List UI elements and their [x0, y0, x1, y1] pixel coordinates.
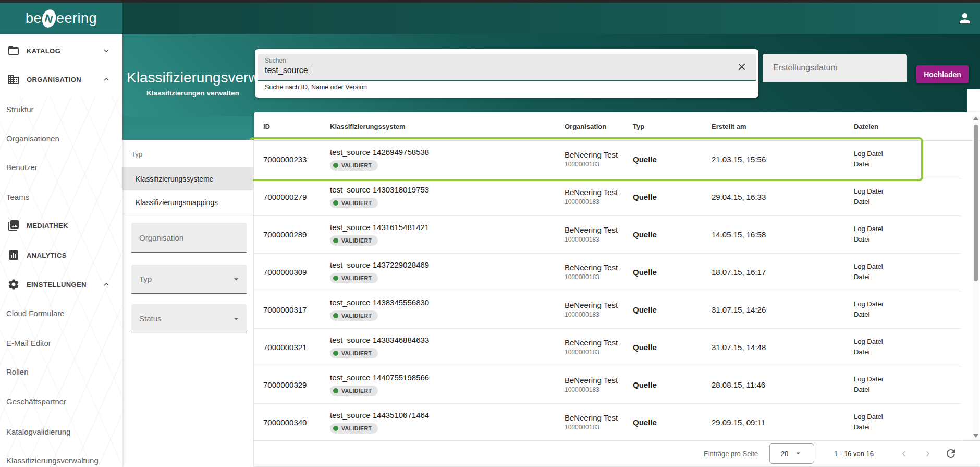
chevron-up-icon[interactable] — [102, 75, 111, 84]
file-link-datei[interactable]: Datei — [854, 385, 883, 395]
status-badge: VALIDIERT — [330, 198, 378, 208]
filter-tab-klassifizierungsmappings[interactable]: Klassifizierungsmappings — [123, 190, 253, 214]
chevron-up-icon[interactable] — [102, 280, 111, 289]
text-cursor — [309, 66, 310, 75]
search-input[interactable]: Suchen test_source — [258, 54, 756, 81]
clear-search-icon[interactable] — [736, 61, 748, 73]
sidebar-item-mediathek[interactable]: MEDIATHEK — [0, 215, 123, 236]
table-row[interactable]: 7000000309test_source 1437229028469VALID… — [254, 253, 961, 291]
table-row[interactable]: 7000000233test_source 1426949758538VALID… — [254, 140, 961, 178]
file-link-log-datei[interactable]: Log Datei — [854, 149, 883, 159]
upload-button[interactable]: Hochladen — [916, 65, 969, 83]
file-link-log-datei[interactable]: Log Datei — [854, 412, 883, 422]
logo-text-post: eering — [56, 10, 97, 27]
table-row[interactable]: 7000000321test_source 1438346884633VALID… — [254, 328, 961, 366]
file-link-datei[interactable]: Datei — [854, 347, 883, 357]
file-link-datei[interactable]: Datei — [854, 159, 883, 170]
table-row[interactable]: 7000000317test_source 1438345556830VALID… — [254, 291, 961, 329]
file-link-datei[interactable]: Datei — [854, 234, 883, 245]
creation-date-filter[interactable]: Erstellungsdatum — [763, 54, 907, 82]
refresh-icon[interactable] — [945, 447, 957, 460]
beneering-logo: beNeering — [26, 9, 97, 28]
cell-typ: Quelle — [633, 140, 657, 178]
pagination-range: 1 - 16 von 16 — [834, 450, 874, 458]
file-link-datei[interactable]: Datei — [854, 272, 883, 282]
cell-created-at: 14.05.15, 16:58 — [712, 215, 766, 253]
filter-section-label: Typ — [131, 150, 142, 158]
sidebar-item-organisationen[interactable]: Organisationen — [0, 128, 123, 149]
column-header-erstellt-am: Erstellt am — [712, 123, 746, 130]
sidebar-item-label: KATALOG — [27, 47, 60, 55]
sidebar-item-klassifizierungsverwaltung[interactable]: Klassifizierungsverwaltung — [0, 450, 123, 467]
sidebar-item-cloud-formulare[interactable]: Cloud Formulare — [0, 303, 123, 324]
search-field-label: Suchen — [265, 57, 286, 64]
previous-page-button[interactable]: ‹ — [897, 446, 911, 461]
cell-files: Log DateiDatei — [854, 178, 883, 215]
sidebar-item-label: Geschäftspartner — [6, 397, 66, 406]
cell-files: Log DateiDatei — [854, 291, 883, 328]
sidebar-item-rollen[interactable]: Rollen — [0, 361, 123, 382]
scroll-down-arrow-icon[interactable] — [973, 434, 978, 438]
mediathek-icon — [7, 219, 20, 232]
sidebar-item-katalogvalidierung[interactable]: Katalogvalidierung — [0, 421, 123, 442]
typ-filter-select[interactable]: Typ — [131, 265, 247, 294]
file-link-log-datei[interactable]: Log Datei — [854, 299, 883, 309]
table-row[interactable]: 7000000289test_source 1431615481421VALID… — [254, 215, 961, 254]
table-footer: Einträge pro Seite 20 1 - 16 von 16 ‹ › — [254, 440, 980, 466]
sidebar-item-benutzer[interactable]: Benutzer — [0, 157, 123, 177]
cell-classification-system: test_source 1438345556830VALIDIERT — [330, 291, 429, 328]
user-account-icon[interactable] — [957, 10, 973, 26]
per-page-select[interactable]: 20 — [769, 443, 814, 464]
file-link-datei[interactable]: Datei — [854, 197, 883, 207]
next-page-button[interactable]: › — [921, 446, 935, 461]
sidebar-item-label: Struktur — [6, 105, 34, 114]
file-link-log-datei[interactable]: Log Datei — [854, 374, 883, 385]
chevron-down-icon[interactable] — [102, 46, 111, 55]
scrollbar-thumb[interactable] — [974, 125, 978, 281]
cell-created-at: 18.07.15, 16:17 — [712, 253, 766, 291]
sidebar-item-katalog[interactable]: KATALOG — [0, 40, 123, 61]
organisation-filter-input[interactable]: Organisation — [131, 223, 247, 253]
cell-organisation: BeNeering Test1000000183 — [565, 178, 618, 215]
search-helper-text: Suche nach ID, Name oder Version — [265, 83, 367, 91]
file-link-datei[interactable]: Datei — [854, 422, 883, 433]
sidebar-item-einstellungen[interactable]: EINSTELLUNGEN — [0, 274, 123, 295]
file-link-log-datei[interactable]: Log Datei — [854, 337, 883, 347]
sidebar-item-struktur[interactable]: Struktur — [0, 99, 123, 119]
sidebar-item-organisation[interactable]: ORGANISATION — [0, 69, 123, 90]
file-link-datei[interactable]: Datei — [854, 309, 883, 320]
filter-tab-klassifizierungssysteme[interactable]: Klassifizierungssysteme — [123, 167, 253, 190]
filter-panel: Typ KlassifizierungssystemeKlassifizieru… — [123, 140, 253, 467]
table-row[interactable]: 7000000279test_source 1430318019753VALID… — [254, 178, 961, 216]
cell-classification-system: test_source 1430318019753VALIDIERT — [330, 178, 429, 215]
table-header-row: IDKlassifizierungssystemOrganisationTypE… — [254, 112, 980, 141]
file-link-log-datei[interactable]: Log Datei — [854, 261, 883, 272]
validated-dot-icon — [333, 276, 338, 281]
file-link-log-datei[interactable]: Log Datei — [854, 224, 883, 234]
cell-organisation: BeNeering Test1000000183 — [565, 140, 618, 178]
cell-typ: Quelle — [633, 291, 657, 328]
folder-icon — [7, 44, 20, 57]
column-header-organisation: Organisation — [565, 123, 606, 130]
status-filter-select[interactable]: Status — [131, 304, 247, 333]
sidebar-item-teams[interactable]: Teams — [0, 186, 123, 207]
scroll-up-arrow-icon[interactable] — [973, 116, 978, 120]
cell-organisation: BeNeering Test1000000183 — [565, 366, 618, 403]
cell-files: Log DateiDatei — [854, 253, 883, 291]
table-scrollbar[interactable] — [973, 115, 979, 439]
cell-id: 7000000279 — [263, 178, 307, 215]
sidebar-item-geschäftspartner[interactable]: Geschäftspartner — [0, 391, 123, 412]
file-link-log-datei[interactable]: Log Datei — [854, 186, 883, 197]
sidebar-item-label: Benutzer — [6, 163, 38, 172]
logo-n-icon: N — [40, 8, 58, 29]
validated-dot-icon — [333, 426, 338, 431]
status-badge: VALIDIERT — [330, 348, 378, 358]
search-card: Suchen test_source Suche nach ID, Name o… — [255, 49, 758, 98]
page-subtitle: Klassifizierungen verwalten — [146, 89, 239, 97]
table-row[interactable]: 7000000340test_source 1443510671464VALID… — [254, 403, 961, 441]
logo-block[interactable]: beNeering — [0, 3, 123, 34]
sidebar-item-label: Rollen — [6, 367, 29, 376]
sidebar-item-e-mail-editor[interactable]: E-Mail Editor — [0, 332, 123, 353]
table-row[interactable]: 7000000329test_source 1440755198566VALID… — [254, 366, 961, 404]
sidebar-item-analytics[interactable]: ANALYTICS — [0, 245, 123, 266]
